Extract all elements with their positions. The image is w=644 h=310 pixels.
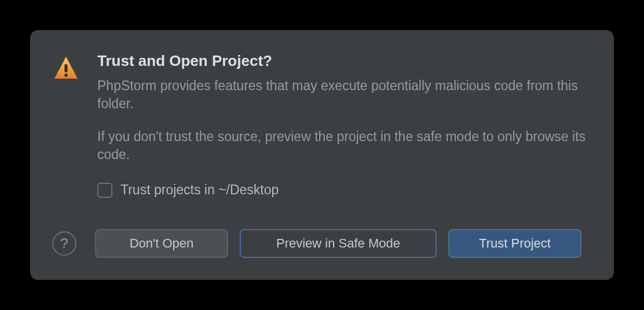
dont-open-button[interactable]: Don't Open [95, 229, 228, 258]
dialog-buttons: Don't Open Preview in Safe Mode Trust Pr… [95, 229, 586, 258]
dialog-bottom-row: ? Don't Open Preview in Safe Mode Trust … [52, 229, 586, 258]
warning-icon [52, 54, 80, 84]
dialog-title: Trust and Open Project? [97, 52, 586, 70]
help-icon[interactable]: ? [52, 231, 76, 256]
svg-point-1 [64, 73, 68, 77]
trust-folder-checkbox[interactable] [97, 183, 112, 198]
trust-project-button[interactable]: Trust Project [448, 229, 581, 258]
dialog-top-row: Trust and Open Project? PhpStorm provide… [52, 52, 586, 198]
trust-folder-checkbox-label[interactable]: Trust projects in ~/Desktop [120, 182, 279, 198]
trust-folder-checkbox-row[interactable]: Trust projects in ~/Desktop [97, 182, 586, 198]
trust-project-dialog: Trust and Open Project? PhpStorm provide… [30, 30, 614, 280]
dialog-paragraph-1: PhpStorm provides features that may exec… [97, 77, 586, 113]
dialog-content: Trust and Open Project? PhpStorm provide… [97, 52, 586, 198]
preview-safe-mode-button[interactable]: Preview in Safe Mode [240, 229, 437, 258]
svg-rect-0 [65, 64, 68, 72]
dialog-paragraph-2: If you don't trust the source, preview t… [97, 128, 586, 164]
